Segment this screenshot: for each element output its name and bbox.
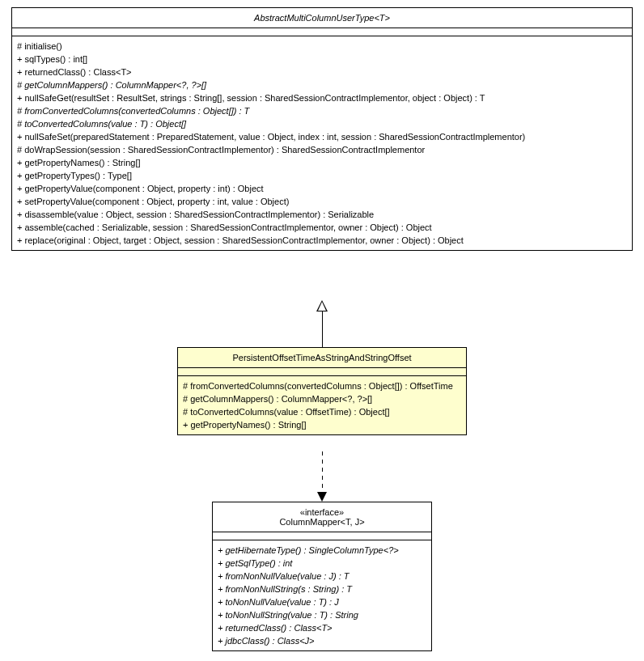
class-operations: + getHibernateType() : SingleColumnType<… (213, 540, 431, 650)
generalization-arrowhead-icon (316, 300, 328, 311)
operation: + replace(original : Object, target : Ob… (17, 234, 627, 247)
uml-class-persistent-offset-time: PersistentOffsetTimeAsStringAndStringOff… (177, 347, 467, 435)
operation: # fromConvertedColumns(convertedColumns … (183, 379, 461, 392)
operation: + getPropertyValue(component : Object, p… (17, 182, 627, 195)
operation: # toConvertedColumns(value : T) : Object… (17, 117, 627, 130)
operation: + setPropertyValue(component : Object, p… (17, 195, 627, 208)
class-operations: # fromConvertedColumns(convertedColumns … (178, 376, 466, 434)
operation: + toNonNullString(value : T) : String (218, 608, 426, 621)
operation: + getHibernateType() : SingleColumnType<… (218, 544, 426, 557)
class-attributes-empty (12, 28, 632, 36)
operation: + assemble(cached : Serializable, sessio… (17, 221, 627, 234)
operation: + returnedClass() : Class<T> (17, 66, 627, 78)
dependency-arrowhead-icon (317, 492, 327, 502)
class-title: «interface» ColumnMapper<T, J> (213, 502, 431, 532)
operation: + nullSafeGet(resultSet : ResultSet, str… (17, 91, 627, 104)
operation: # doWrapSession(session : SharedSessionC… (17, 143, 627, 156)
operation: # getColumnMappers() : ColumnMapper<?, ?… (17, 78, 627, 91)
class-stereotype: «interface» (218, 507, 426, 517)
operation: # getColumnMappers() : ColumnMapper<?, ?… (183, 392, 461, 405)
class-name: PersistentOffsetTimeAsStringAndStringOff… (183, 353, 461, 362)
class-title: AbstractMultiColumnUserType<T> (12, 8, 632, 28)
operation: + fromNonNullString(s : String) : T (218, 583, 426, 595)
class-operations: # initialise()+ sqlTypes() : int[]+ retu… (12, 36, 632, 250)
dependency-line (322, 451, 323, 494)
class-name: ColumnMapper<T, J> (218, 517, 426, 527)
operation: # toConvertedColumns(value : OffsetTime)… (183, 405, 461, 418)
operation: + getPropertyNames() : String[] (17, 156, 627, 169)
operation: + sqlTypes() : int[] (17, 53, 627, 66)
operation: # initialise() (17, 40, 627, 53)
operation: + returnedClass() : Class<T> (218, 621, 426, 634)
operation: + nullSafeSet(preparedStatement : Prepar… (17, 130, 627, 143)
operation: + toNonNullValue(value : T) : J (218, 595, 426, 608)
class-title: PersistentOffsetTimeAsStringAndStringOff… (178, 348, 466, 368)
class-name: AbstractMultiColumnUserType<T> (17, 13, 627, 23)
generalization-line (322, 311, 323, 347)
operation: + disassemble(value : Object, session : … (17, 208, 627, 221)
class-attributes-empty (213, 532, 431, 540)
operation: + jdbcClass() : Class<J> (218, 634, 426, 647)
operation: + getPropertyTypes() : Type[] (17, 169, 627, 182)
operation: + getPropertyNames() : String[] (183, 418, 461, 431)
operation: # fromConvertedColumns(convertedColumns … (17, 104, 627, 117)
operation: + getSqlType() : int (218, 557, 426, 570)
uml-class-column-mapper: «interface» ColumnMapper<T, J> + getHibe… (212, 502, 432, 651)
uml-class-abstract-multicolumn-usertype: AbstractMultiColumnUserType<T> # initial… (11, 7, 633, 251)
class-attributes-empty (178, 368, 466, 376)
operation: + fromNonNullValue(value : J) : T (218, 570, 426, 583)
